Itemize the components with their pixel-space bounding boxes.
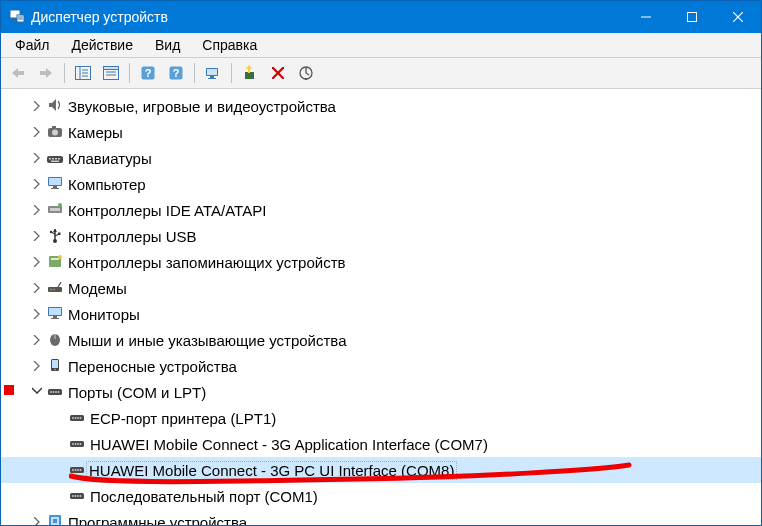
- chevron-right-icon[interactable]: [29, 101, 45, 111]
- toolbar-scan-hardware-button[interactable]: [200, 60, 226, 86]
- tree-item-label: Камеры: [67, 124, 123, 141]
- chevron-right-icon[interactable]: [29, 231, 45, 241]
- chevron-right-icon[interactable]: [29, 179, 45, 189]
- tree-item-label: ECP-порт принтера (LPT1): [89, 410, 276, 427]
- tree-item-label: Мониторы: [67, 306, 140, 323]
- device-manager-window: Диспетчер устройств Файл Действие Вид Сп…: [0, 0, 762, 526]
- tree-item[interactable]: HUAWEI Mobile Connect - 3G Application I…: [1, 431, 761, 457]
- tree-item[interactable]: Компьютер: [1, 171, 761, 197]
- menu-help[interactable]: Справка: [192, 35, 267, 55]
- svg-rect-1: [14, 18, 16, 20]
- toolbar-disable-button[interactable]: [293, 60, 319, 86]
- minimize-button[interactable]: [623, 1, 669, 33]
- tree-item[interactable]: Переносные устройства: [1, 353, 761, 379]
- tree-item[interactable]: Последовательный порт (COM1): [1, 483, 761, 509]
- svg-rect-25: [210, 76, 214, 78]
- tree-item-label: HUAWEI Mobile Connect - 3G Application I…: [89, 436, 488, 453]
- toolbar-forward-button[interactable]: [33, 60, 59, 86]
- tree-item-label: Звуковые, игровые и видеоустройства: [67, 98, 336, 115]
- usb-icon: [47, 227, 63, 246]
- tree-item-label: Контроллеры IDE ATA/ATAPI: [67, 202, 266, 219]
- chevron-right-icon[interactable]: [29, 361, 45, 371]
- tree-item[interactable]: Контроллеры USB: [1, 223, 761, 249]
- tree-item[interactable]: Звуковые, игровые и видеоустройства: [1, 93, 761, 119]
- svg-rect-24: [207, 69, 217, 75]
- toolbar-separator: [231, 63, 232, 83]
- portable-icon: [47, 357, 63, 376]
- chevron-right-icon[interactable]: [29, 205, 45, 215]
- modem-icon: [47, 279, 63, 298]
- menubar: Файл Действие Вид Справка: [1, 33, 761, 58]
- tree-item-label: Контроллеры USB: [67, 228, 197, 245]
- tree-item[interactable]: HUAWEI Mobile Connect - 3G PC UI Interfa…: [1, 457, 761, 483]
- tree-item[interactable]: Мыши и иные указывающие устройства: [1, 327, 761, 353]
- menu-file[interactable]: Файл: [5, 35, 59, 55]
- svg-text:?: ?: [173, 67, 180, 79]
- toolbar-update-driver-button[interactable]: [237, 60, 263, 86]
- menu-action[interactable]: Действие: [61, 35, 143, 55]
- tree-item-label: Компьютер: [67, 176, 146, 193]
- mouse-icon: [47, 331, 63, 350]
- chevron-right-icon[interactable]: [29, 127, 45, 137]
- tree-item-label: Контроллеры запоминающих устройств: [67, 254, 345, 271]
- camera-icon: [47, 123, 63, 142]
- toolbar-help2-button[interactable]: ?: [163, 60, 189, 86]
- toolbar-separator: [129, 63, 130, 83]
- tree-item-label: Клавиатуры: [67, 150, 152, 167]
- keyboard-icon: [47, 149, 63, 168]
- maximize-button[interactable]: [669, 1, 715, 33]
- chevron-down-icon[interactable]: [29, 387, 45, 397]
- ide-icon: [47, 201, 63, 220]
- svg-rect-27: [245, 72, 254, 79]
- software-icon: [47, 513, 63, 526]
- toolbar-separator: [194, 63, 195, 83]
- chevron-right-icon[interactable]: [29, 335, 45, 345]
- window-title: Диспетчер устройств: [31, 9, 168, 25]
- toolbar-back-button[interactable]: [5, 60, 31, 86]
- toolbar-separator: [64, 63, 65, 83]
- toolbar-show-hide-tree-button[interactable]: [70, 60, 96, 86]
- tree-item[interactable]: Контроллеры IDE ATA/ATAPI: [1, 197, 761, 223]
- tree-item[interactable]: ECP-порт принтера (LPT1): [1, 405, 761, 431]
- tree-item-label: Программные устройства: [67, 514, 247, 526]
- storage-icon: [47, 253, 63, 272]
- tree-item[interactable]: Порты (COM и LPT): [1, 379, 761, 405]
- tree-item[interactable]: Модемы: [1, 275, 761, 301]
- tree-item[interactable]: Программные устройства: [1, 509, 761, 525]
- chevron-right-icon[interactable]: [29, 517, 45, 525]
- tree-item[interactable]: Камеры: [1, 119, 761, 145]
- svg-rect-26: [208, 78, 216, 79]
- monitor-icon: [47, 305, 63, 324]
- tree-item-label: Порты (COM и LPT): [67, 384, 206, 401]
- annotation-red-square: [4, 385, 14, 395]
- tree-item[interactable]: Контроллеры запоминающих устройств: [1, 249, 761, 275]
- chevron-right-icon[interactable]: [29, 283, 45, 293]
- content-area: Звуковые, игровые и видеоустройстваКамер…: [1, 89, 761, 525]
- toolbar-uninstall-button[interactable]: [265, 60, 291, 86]
- tree-item-label: Модемы: [67, 280, 127, 297]
- toolbar-properties-button[interactable]: [98, 60, 124, 86]
- close-button[interactable]: [715, 1, 761, 33]
- tree-item[interactable]: Клавиатуры: [1, 145, 761, 171]
- tree-item-label: Последовательный порт (COM1): [89, 488, 318, 505]
- chevron-right-icon[interactable]: [29, 257, 45, 267]
- tree-item-label: Мыши и иные указывающие устройства: [67, 332, 346, 349]
- port-icon: [69, 461, 85, 480]
- port-icon: [69, 409, 85, 428]
- port-icon: [69, 435, 85, 454]
- port-icon: [47, 383, 63, 402]
- chevron-right-icon[interactable]: [29, 153, 45, 163]
- tree-item-label: HUAWEI Mobile Connect - 3G PC UI Interfa…: [86, 461, 457, 480]
- tree-item-label: Переносные устройства: [67, 358, 237, 375]
- monitor-icon: [47, 175, 63, 194]
- app-icon: [9, 8, 25, 27]
- speaker-icon: [47, 97, 63, 116]
- port-icon: [69, 487, 85, 506]
- svg-text:?: ?: [145, 67, 152, 79]
- toolbar-help-button[interactable]: ?: [135, 60, 161, 86]
- tree-item[interactable]: Мониторы: [1, 301, 761, 327]
- menu-view[interactable]: Вид: [145, 35, 190, 55]
- device-tree[interactable]: Звуковые, игровые и видеоустройстваКамер…: [1, 89, 761, 525]
- chevron-right-icon[interactable]: [29, 309, 45, 319]
- titlebar: Диспетчер устройств: [1, 1, 761, 33]
